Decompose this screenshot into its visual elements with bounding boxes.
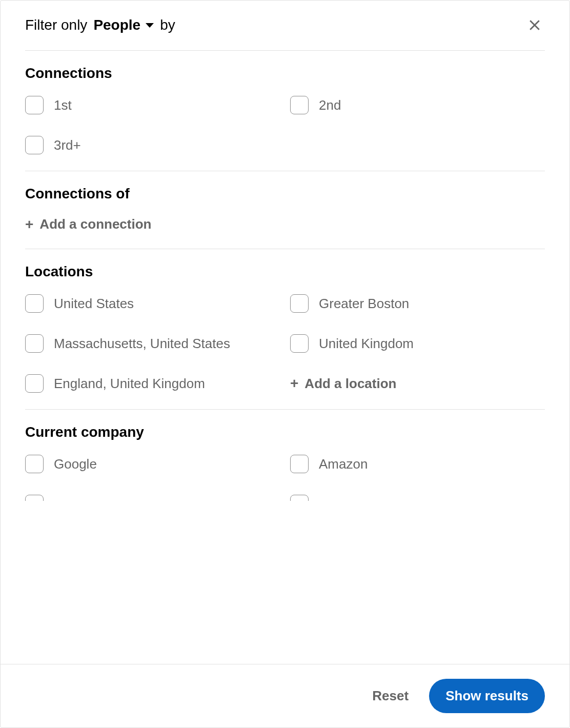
modal-content: Connections 1st 2nd 3rd+ Connections of bbox=[1, 50, 569, 664]
option-massachusetts: Massachusetts, United States bbox=[25, 334, 280, 353]
section-title-connections: Connections bbox=[25, 65, 545, 82]
option-google: Google bbox=[25, 455, 280, 473]
plus-icon: + bbox=[25, 217, 33, 232]
close-button[interactable] bbox=[524, 15, 545, 35]
option-label: Google bbox=[54, 456, 97, 472]
checkbox-massachusetts[interactable] bbox=[25, 334, 44, 353]
section-current-company: Current company Google Amazon bbox=[25, 410, 545, 517]
checkbox-united-states[interactable] bbox=[25, 294, 44, 313]
entity-label: People bbox=[93, 17, 140, 33]
show-results-button[interactable]: Show results bbox=[429, 679, 545, 713]
checkbox-3rd-plus[interactable] bbox=[25, 136, 44, 154]
checkbox-2nd[interactable] bbox=[290, 96, 309, 114]
checkbox-partial[interactable] bbox=[290, 495, 309, 501]
option-label: 1st bbox=[54, 97, 72, 113]
section-locations: Locations United States Greater Boston M… bbox=[25, 249, 545, 410]
modal-footer: Reset Show results bbox=[1, 664, 569, 727]
filter-modal: Filter only People by Connections 1st 2n… bbox=[0, 0, 570, 728]
header-title-row: Filter only People by bbox=[25, 17, 175, 33]
close-icon bbox=[527, 17, 542, 33]
by-label: by bbox=[160, 17, 175, 33]
option-label: Greater Boston bbox=[319, 296, 409, 312]
option-label: Amazon bbox=[319, 456, 368, 472]
checkbox-amazon[interactable] bbox=[290, 455, 309, 473]
company-options: Google Amazon bbox=[25, 455, 545, 473]
add-connection-button[interactable]: + Add a connection bbox=[25, 216, 545, 232]
option-label: United Kingdom bbox=[319, 336, 414, 352]
checkbox-united-kingdom[interactable] bbox=[290, 334, 309, 353]
option-england-uk: England, United Kingdom bbox=[25, 374, 280, 393]
option-label: 2nd bbox=[319, 97, 341, 113]
option-label: Massachusetts, United States bbox=[54, 336, 230, 352]
option-label: England, United Kingdom bbox=[54, 376, 205, 392]
option-label: 3rd+ bbox=[54, 137, 81, 153]
checkbox-google[interactable] bbox=[25, 455, 44, 473]
section-connections: Connections 1st 2nd 3rd+ bbox=[25, 50, 545, 171]
caret-down-icon bbox=[146, 23, 154, 28]
checkbox-1st[interactable] bbox=[25, 96, 44, 114]
checkbox-greater-boston[interactable] bbox=[290, 294, 309, 313]
option-1st: 1st bbox=[25, 96, 280, 114]
plus-icon: + bbox=[290, 376, 298, 391]
option-united-kingdom: United Kingdom bbox=[290, 334, 545, 353]
modal-header: Filter only People by bbox=[1, 1, 569, 50]
checkbox-england-uk[interactable] bbox=[25, 374, 44, 393]
partial-row-cutoff bbox=[25, 495, 545, 501]
add-location-label: Add a location bbox=[304, 376, 396, 392]
reset-button[interactable]: Reset bbox=[366, 684, 415, 708]
option-greater-boston: Greater Boston bbox=[290, 294, 545, 313]
option-united-states: United States bbox=[25, 294, 280, 313]
section-title-locations: Locations bbox=[25, 264, 545, 280]
section-title-connections-of: Connections of bbox=[25, 186, 545, 202]
section-connections-of: Connections of + Add a connection bbox=[25, 171, 545, 249]
entity-dropdown[interactable]: People bbox=[93, 17, 154, 33]
section-title-current-company: Current company bbox=[25, 424, 545, 440]
connections-options: 1st 2nd 3rd+ bbox=[25, 96, 545, 154]
option-3rd-plus: 3rd+ bbox=[25, 136, 280, 154]
option-amazon: Amazon bbox=[290, 455, 545, 473]
filter-only-label: Filter only bbox=[25, 17, 87, 33]
option-label: United States bbox=[54, 296, 134, 312]
locations-options: United States Greater Boston Massachuset… bbox=[25, 294, 545, 393]
option-2nd: 2nd bbox=[290, 96, 545, 114]
checkbox-partial[interactable] bbox=[25, 495, 44, 501]
add-connection-label: Add a connection bbox=[39, 216, 151, 232]
add-location-button[interactable]: + Add a location bbox=[290, 374, 545, 393]
